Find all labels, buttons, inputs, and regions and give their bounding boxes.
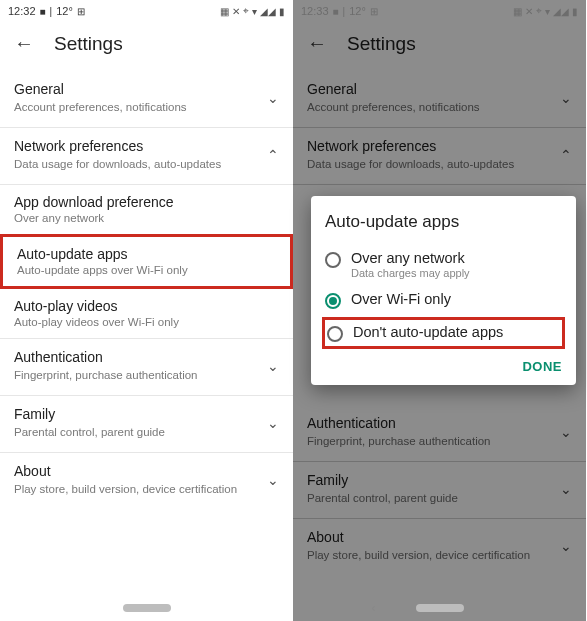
chevron-down-icon: ⌄ [259,415,279,431]
option-dont-update[interactable]: Don't auto-update apps [322,317,565,349]
row-general[interactable]: General Account preferences, notificatio… [0,71,293,128]
battery-icon: ▮ [279,6,285,17]
chevron-up-icon: ⌃ [259,147,279,163]
row-title: General [14,81,259,97]
radio-icon [327,326,343,342]
row-title: Auto-update apps [17,246,276,262]
dialog-title: Auto-update apps [325,212,562,232]
row-sub: Auto-play videos over Wi-Fi only [14,316,279,328]
signal-icon: ◢◢ [260,6,276,17]
row-title: About [14,463,259,479]
back-icon[interactable]: ← [14,32,34,55]
row-sub: Fingerprint, purchase authentication [14,368,259,383]
row-title: App download preference [14,194,279,210]
row-title: Family [14,406,259,422]
row-auto-update[interactable]: Auto-update apps Auto-update apps over W… [0,234,293,289]
row-auth[interactable]: Authentication Fingerprint, purchase aut… [0,339,293,396]
row-sub: Parental control, parent guide [14,425,259,440]
row-autoplay[interactable]: Auto-play videos Auto-play videos over W… [0,289,293,338]
app-header: ← Settings [0,22,293,71]
notif-icon: ■ [40,6,46,17]
home-pill[interactable] [416,604,464,612]
vibrate-icon: ✕ [232,6,240,17]
row-title: Network preferences [14,138,259,154]
radio-selected-icon [325,293,341,309]
bt-icon: ⌖ [243,5,249,17]
nav-bar: ‹ ‹ [293,599,586,617]
chevron-down-icon: ⌄ [259,472,279,488]
nav-bar [0,599,293,617]
row-sub: Account preferences, notifications [14,100,259,115]
option-label: Over any network [351,250,470,266]
status-bar: 12:32 ■ | 12° ⊞ ▦ ✕ ⌖ ▾ ◢◢ ▮ [0,0,293,22]
row-about[interactable]: About Play store, build version, device … [0,453,293,509]
row-sub: Over any network [14,212,279,224]
home-pill[interactable] [123,604,171,612]
option-sub: Data charges may apply [351,267,470,279]
row-sub: Play store, build version, device certif… [14,482,259,497]
row-title: Auto-play videos [14,298,279,314]
row-download-pref[interactable]: App download preference Over any network [0,185,293,234]
row-sub: Auto-update apps over Wi-Fi only [17,264,276,276]
option-label: Over Wi-Fi only [351,291,451,307]
auto-update-dialog: Auto-update apps Over any network Data c… [311,196,576,385]
option-label: Don't auto-update apps [353,324,503,340]
row-network[interactable]: Network preferences Data usage for downl… [0,128,293,185]
status-temp: 12° [56,5,73,17]
row-sub: Data usage for downloads, auto-updates [14,157,259,172]
chevron-down-icon: ⌄ [259,90,279,106]
done-button[interactable]: DONE [522,359,562,374]
radio-icon [325,252,341,268]
option-wifi-only[interactable]: Over Wi-Fi only [325,285,562,315]
row-title: Authentication [14,349,259,365]
cast-icon: ▦ [220,6,229,17]
page-title: Settings [54,33,123,55]
row-family[interactable]: Family Parental control, parent guide ⌄ [0,396,293,453]
option-any-network[interactable]: Over any network Data charges may apply [325,244,562,285]
temp-icon: | [50,6,53,17]
status-time: 12:32 [8,5,36,17]
app-icon: ⊞ [77,6,85,17]
chevron-down-icon: ⌄ [259,358,279,374]
back-nav-icon[interactable]: ‹ [372,601,376,615]
wifi-icon: ▾ [252,6,257,17]
